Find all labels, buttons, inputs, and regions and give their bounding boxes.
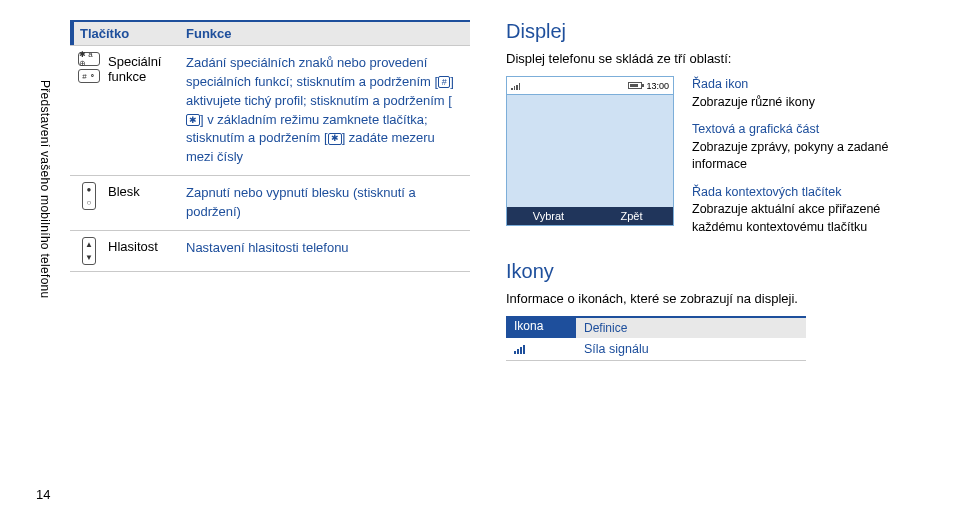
page-number: 14 bbox=[36, 487, 50, 502]
volume-key-icon: ▲ ▼ bbox=[82, 237, 96, 265]
volume-up-icon: ▲ bbox=[85, 240, 93, 249]
flash-on-icon: ● bbox=[87, 185, 92, 194]
legend-desc: Zobrazuje různé ikony bbox=[692, 94, 930, 112]
mini-th-def: Definice bbox=[576, 316, 806, 338]
row-label: Speciální funkce bbox=[104, 46, 180, 175]
volume-down-icon: ▼ bbox=[85, 253, 93, 262]
battery-icon bbox=[628, 82, 642, 89]
buttons-table: Tlačítko Funkce ✱ a ⊕ # ⚬ Speciální funk… bbox=[70, 20, 470, 272]
side-section-label: Představení vašeho mobilního telefonu bbox=[38, 80, 52, 299]
display-legend: Řada ikon Zobrazuje různé ikony Textová … bbox=[692, 76, 930, 246]
star-inline-icon: ✱ bbox=[186, 114, 200, 126]
row-description: Nastavení hlasitosti telefonu bbox=[180, 231, 470, 271]
flash-key-icon: ● ○ bbox=[82, 182, 96, 210]
key-icons-cell: ▲ ▼ bbox=[70, 231, 104, 271]
phone-status-bar: 13:00 bbox=[507, 77, 673, 95]
flash-off-icon: ○ bbox=[87, 198, 92, 207]
signal-strength-icon bbox=[514, 344, 525, 354]
display-section: Displej Displej telefonu se skládá ze tř… bbox=[506, 20, 930, 361]
page-content: Tlačítko Funkce ✱ a ⊕ # ⚬ Speciální funk… bbox=[70, 20, 930, 361]
clock-time: 13:00 bbox=[646, 81, 669, 91]
row-description: Zadání speciálních znaků nebo provedení … bbox=[180, 46, 470, 175]
icons-lead: Informace o ikonách, které se zobrazují … bbox=[506, 291, 930, 306]
key-icons-cell: ✱ a ⊕ # ⚬ bbox=[70, 46, 104, 175]
th-button: Tlačítko bbox=[70, 20, 180, 45]
star-inline-icon: ✱ bbox=[328, 133, 342, 145]
row-label: Blesk bbox=[104, 176, 180, 230]
hash-inline-icon: # bbox=[438, 76, 450, 88]
signal-icon bbox=[511, 82, 520, 90]
mini-row: Síla signálu bbox=[506, 338, 806, 361]
buttons-table-section: Tlačítko Funkce ✱ a ⊕ # ⚬ Speciální funk… bbox=[70, 20, 470, 361]
legend-title: Textová a grafická část bbox=[692, 121, 930, 139]
legend-desc: Zobrazuje zprávy, pokyny a zadané inform… bbox=[692, 139, 930, 174]
legend-group: Řada kontextových tlačítek Zobrazuje akt… bbox=[692, 184, 930, 237]
display-lead: Displej telefonu se skládá ze tří oblast… bbox=[506, 51, 930, 66]
mini-cell-icon bbox=[506, 338, 576, 360]
table-header: Tlačítko Funkce bbox=[70, 20, 470, 45]
row-description: Zapnutí nebo vypnutí blesku (stisknutí a… bbox=[180, 176, 470, 230]
legend-group: Textová a grafická část Zobrazuje zprávy… bbox=[692, 121, 930, 174]
icons-mini-table: Ikona Definice Síla signálu bbox=[506, 316, 806, 361]
table-row: ▲ ▼ Hlasitost Nastavení hlasitosti telef… bbox=[70, 230, 470, 272]
star-key-icon: ✱ a ⊕ bbox=[78, 52, 100, 66]
hash-key-icon: # ⚬ bbox=[78, 69, 100, 83]
mini-header: Ikona Definice bbox=[506, 316, 806, 338]
display-explanation: 13:00 Vybrat Zpět Řada ikon Zobrazuje rů… bbox=[506, 76, 930, 246]
legend-desc: Zobrazuje aktuální akce přiřazené každém… bbox=[692, 201, 930, 236]
display-heading: Displej bbox=[506, 20, 930, 43]
softkey-right: Zpět bbox=[590, 207, 673, 225]
row-label: Hlasitost bbox=[104, 231, 180, 271]
mini-cell-def: Síla signálu bbox=[576, 338, 806, 360]
legend-group: Řada ikon Zobrazuje různé ikony bbox=[692, 76, 930, 111]
desc-text: Zadání speciálních znaků nebo provedení … bbox=[186, 55, 438, 89]
softkey-left: Vybrat bbox=[507, 207, 590, 225]
table-row: ✱ a ⊕ # ⚬ Speciální funkce Zadání speciá… bbox=[70, 45, 470, 175]
status-right: 13:00 bbox=[628, 81, 669, 91]
phone-softkeys: Vybrat Zpět bbox=[507, 207, 673, 225]
phone-display-mock: 13:00 Vybrat Zpět bbox=[506, 76, 674, 226]
table-row: ● ○ Blesk Zapnutí nebo vypnutí blesku (s… bbox=[70, 175, 470, 230]
phone-body-area bbox=[507, 95, 673, 207]
legend-title: Řada ikon bbox=[692, 76, 930, 94]
icons-heading: Ikony bbox=[506, 260, 930, 283]
legend-title: Řada kontextových tlačítek bbox=[692, 184, 930, 202]
mini-th-icon: Ikona bbox=[506, 316, 576, 338]
th-function: Funkce bbox=[180, 20, 470, 45]
key-icons-cell: ● ○ bbox=[70, 176, 104, 230]
